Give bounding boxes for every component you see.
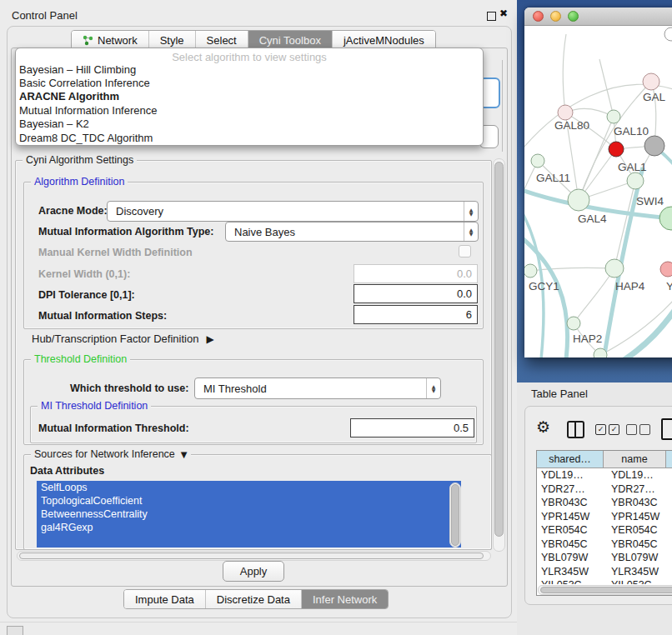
tab-discretize-data[interactable]: Discretize Data (205, 590, 301, 608)
attribute-item-gal4rgexp[interactable]: gal4RGexp (37, 521, 461, 534)
table-cell: YLR345W (607, 565, 672, 579)
network-node-gal11[interactable] (531, 154, 544, 168)
column-header-a[interactable]: A (666, 451, 672, 468)
network-node-gal4[interactable] (568, 189, 589, 211)
zoom-window-icon[interactable] (568, 11, 579, 22)
table-cell: YDR27… (607, 482, 672, 497)
which-threshold-combo[interactable]: MI Threshold ▲▼ (194, 378, 441, 399)
network-window-titlebar[interactable] (524, 8, 672, 26)
algorithm-option-bayesian-hill-climbing[interactable]: Bayesian – Hill Climbing (16, 62, 483, 76)
table-row[interactable]: YBL079WYBL079W (537, 551, 672, 565)
network-canvas[interactable]: GALGAL80GAL10GAL1GAL11GAL4GCY1HAP4HAP2SW… (524, 26, 672, 358)
network-node-hap2[interactable] (567, 317, 580, 330)
mi-threshold-field[interactable]: 0.5 (350, 418, 474, 438)
sources-title-text: Sources for Network Inference (34, 448, 175, 460)
column-header-shared-[interactable]: shared… (537, 451, 604, 468)
table-row[interactable]: YLR345WYLR345W9. (537, 565, 672, 579)
node-label-gal10: GAL10 (614, 125, 649, 138)
combo-stepper-icon[interactable]: ▲▼ (426, 378, 440, 398)
tab-style[interactable]: Style (148, 31, 195, 49)
network-node[interactable] (609, 142, 624, 157)
float-panel-icon[interactable] (487, 12, 496, 21)
apply-button[interactable]: Apply (223, 561, 284, 582)
network-node-gal80[interactable] (558, 105, 573, 120)
dpi-tolerance-field[interactable]: 0.0 (354, 284, 478, 303)
combo-stepper-icon[interactable]: ▲▼ (464, 202, 478, 221)
aracne-mode-value: Discovery (108, 202, 464, 221)
mi-type-label: Mutual Information Algorithm Type: (38, 226, 213, 238)
network-window: GALGAL80GAL10GAL1GAL11GAL4GCY1HAP4HAP2SW… (524, 8, 672, 358)
tab-jactivemnodules[interactable]: jActiveMNodules (332, 31, 435, 49)
algorithm-option-dream8-dc-tdc-algorithm[interactable]: Dream8 DC_TDC Algorithm (16, 131, 483, 144)
unchecked-checkbox-icon[interactable] (626, 424, 650, 435)
network-edge[interactable] (624, 147, 644, 148)
network-node-hap4[interactable] (605, 259, 624, 278)
network-edge[interactable] (623, 306, 672, 358)
hub-definition-expander[interactable]: Hub/Transcription Factor Definition ▶ (32, 332, 214, 345)
which-threshold-label: Which threshold to use: (70, 382, 188, 394)
network-edge[interactable] (530, 268, 614, 271)
table-hscrollbar[interactable] (538, 585, 672, 595)
network-node[interactable] (644, 136, 664, 156)
table-row[interactable]: YBR045CYBR045C9. (537, 538, 672, 552)
collapsed-panel-button[interactable] (7, 626, 23, 635)
split-columns-icon[interactable] (567, 421, 584, 438)
tab-select[interactable]: Select (195, 31, 248, 49)
kernel-width-label: Kernel Width (0,1): (38, 268, 130, 280)
node-label-gal1: GAL1 (618, 161, 647, 173)
settings-vscrollbar[interactable] (493, 158, 505, 552)
table-row[interactable]: YDR27…YDR27…12 (537, 482, 672, 497)
network-edge[interactable] (524, 236, 568, 358)
attribute-item-betweennesscentrality[interactable]: BetweennessCentrality (37, 508, 461, 521)
table-row[interactable]: YER054CYER054C8. (537, 523, 672, 538)
which-threshold-value: MI Threshold (195, 378, 426, 398)
table-cell: YER054C (607, 523, 672, 538)
data-attributes-list[interactable]: SelfLoopsTopologicalCoefficientBetweenne… (37, 481, 461, 548)
table-row[interactable]: YIL053CYIL053C9 (537, 578, 672, 584)
table-cell: YPR145W (537, 510, 607, 524)
network-edge[interactable] (563, 34, 566, 112)
mi-steps-field[interactable]: 6 (354, 305, 478, 324)
aracne-mode-combo[interactable]: Discovery ▲▼ (107, 201, 479, 222)
tab-cyni-toolbox[interactable]: Cyni Toolbox (248, 31, 332, 49)
table-row[interactable]: YBR043CYBR043C (537, 496, 672, 510)
minimize-window-icon[interactable] (550, 11, 561, 22)
network-node[interactable] (664, 28, 672, 41)
close-panel-icon[interactable]: ✖ (499, 8, 508, 19)
network-edge[interactable] (574, 268, 614, 323)
column-header-name[interactable]: name (604, 451, 666, 468)
tab-infer-network[interactable]: Infer Network (301, 590, 388, 608)
combo-stepper-icon[interactable]: ▲▼ (464, 222, 478, 241)
tab-network[interactable]: Network (72, 31, 148, 49)
algorithm-option-mutual-information-inference[interactable]: Mutual Information Inference (16, 103, 483, 117)
dpi-tolerance-label: DPI Tolerance [0,1]: (38, 289, 135, 301)
close-window-icon[interactable] (533, 11, 544, 22)
settings-hscrollbar[interactable] (17, 551, 491, 561)
network-node[interactable] (594, 348, 607, 358)
algorithm-option-aracne-algorithm[interactable]: ARACNE Algorithm (16, 90, 483, 103)
tab-impute-data[interactable]: Impute Data (124, 590, 205, 608)
checked-checkbox-icon[interactable]: ✓✓ (595, 424, 619, 435)
attribute-item-topologicalcoefficient[interactable]: TopologicalCoefficient (37, 494, 461, 508)
sources-group-title[interactable]: Sources for Network Inference ▼ (31, 448, 191, 460)
network-node-gcy1[interactable] (524, 264, 537, 278)
network-node[interactable] (659, 207, 672, 230)
network-node-gal[interactable] (643, 73, 659, 90)
node-label-gal4: GAL4 (578, 212, 607, 225)
node-label-y: Y (666, 280, 672, 292)
table-row[interactable]: YDL19…YDL19…13 (537, 468, 672, 482)
attributes-scrollbar[interactable] (449, 482, 461, 548)
attribute-item-selfloops[interactable]: SelfLoops (37, 481, 461, 494)
kernel-width-field[interactable]: 0.0 (354, 264, 478, 283)
table-row[interactable]: YPR145WYPR145W9. (537, 510, 672, 524)
threshold-definition-title: Threshold Definition (31, 353, 130, 365)
algorithm-option-bayesian-k2[interactable]: Bayesian – K2 (16, 118, 483, 131)
manual-kernel-checkbox[interactable] (459, 245, 471, 258)
algorithm-option-basic-correlation-inference[interactable]: Basic Correlation Inference (16, 76, 483, 89)
network-node-gal1[interactable] (627, 172, 644, 189)
network-node[interactable] (660, 262, 672, 277)
new-table-icon[interactable] (661, 418, 672, 440)
network-node-gal10[interactable] (607, 110, 620, 123)
gear-icon[interactable]: ⚙ (536, 418, 550, 436)
mi-type-combo[interactable]: Naive Bayes ▲▼ (225, 222, 479, 242)
